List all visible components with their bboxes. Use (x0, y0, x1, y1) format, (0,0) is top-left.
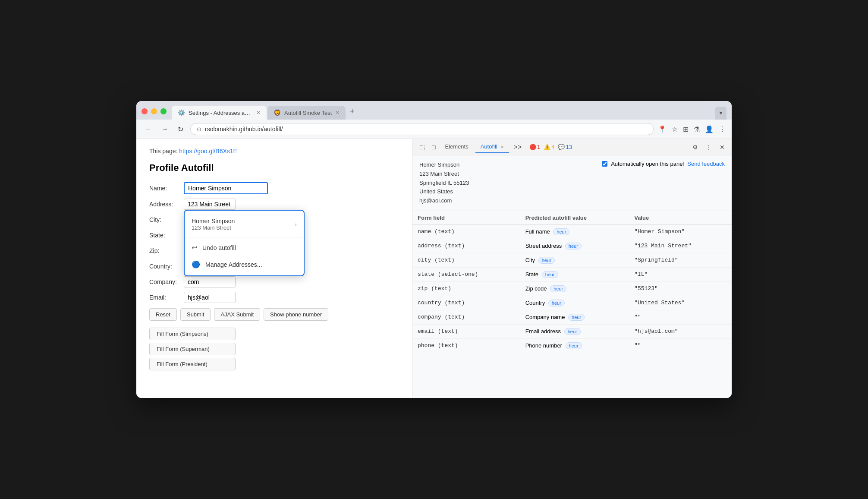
new-tab-button[interactable]: + (346, 105, 358, 118)
auto-open-label: Automatically open this panel (611, 161, 684, 167)
tab-settings-close[interactable]: ✕ (256, 110, 261, 116)
fill-simpsons-button[interactable]: Fill Form (Simpsons) (149, 328, 236, 340)
autofill-tab-close[interactable]: ✕ (500, 145, 504, 149)
fill-buttons: Fill Form (Simpsons) Fill Form (Superman… (149, 328, 399, 370)
predicted-cell: City heur (520, 253, 629, 267)
fill-president-button[interactable]: Fill Form (President) (149, 358, 236, 370)
email-label: Email: (149, 294, 184, 301)
table-row: name (text) Full name heur "Homer Simpso… (412, 224, 732, 239)
ajax-submit-button[interactable]: AJAX Submit (214, 308, 260, 321)
auto-open-checkbox[interactable] (602, 161, 607, 167)
autocomplete-dropdown: Homer Simpson 123 Main Street › ↩ Undo a… (184, 210, 305, 276)
heur-badge: heur (564, 328, 581, 335)
autofill-table: Form field Predicted autofill value Valu… (412, 211, 732, 353)
reset-button[interactable]: Reset (149, 308, 177, 321)
heur-badge: heur (553, 228, 569, 235)
heur-badge: heur (538, 257, 555, 264)
devtools-settings: ⚙ ⋮ ✕ (690, 142, 727, 152)
name-label: Name: (149, 185, 184, 192)
manage-addresses-item[interactable]: 🔵 Manage Addresses... (185, 256, 304, 273)
content-area: This page: https://goo.gl/B6Xs1E Profile… (136, 139, 732, 398)
info-badge: 💬 13 (558, 144, 572, 150)
submit-button[interactable]: Submit (180, 308, 211, 321)
page-link-row: This page: https://goo.gl/B6Xs1E (149, 148, 399, 155)
field-cell: address (text) (412, 239, 520, 253)
location-icon: 📍 (658, 125, 667, 133)
address-line-1: Homer Simpson (419, 161, 469, 170)
undo-autofill-item[interactable]: ↩ Undo autofill (185, 239, 304, 256)
close-button[interactable] (142, 108, 148, 114)
form-row-name: Name: (149, 182, 399, 194)
devtools-options-icon[interactable]: ⋮ (703, 142, 714, 152)
devtools-device-icon[interactable]: □ (429, 142, 438, 152)
form-row-address: Address: Homer Simpson 123 Main Street (149, 199, 399, 210)
predicted-cell: Zip code heur (520, 281, 629, 296)
tab-list: ⚙️ Settings - Addresses and mo ✕ 🦁 Autof… (172, 105, 358, 120)
forward-button[interactable]: → (159, 123, 171, 135)
autofill-options: Automatically open this panel Send feedb… (602, 161, 725, 167)
info-icon: 💬 (558, 144, 565, 150)
heur-badge: heur (566, 342, 582, 349)
table-row: state (select-one) State heur "IL" (412, 267, 732, 281)
field-cell: email (text) (412, 324, 520, 338)
table-row: email (text) Email address heur "hjs@aol… (412, 324, 732, 338)
error-icon: 🔴 (529, 144, 536, 150)
page-content: This page: https://goo.gl/B6Xs1E Profile… (136, 139, 412, 398)
settings-tab-icon: ⚙️ (178, 109, 185, 116)
reload-button[interactable]: ↻ (175, 123, 186, 135)
company-input[interactable] (184, 276, 236, 287)
autocomplete-main-item[interactable]: Homer Simpson 123 Main Street › (185, 213, 304, 235)
show-phone-button[interactable]: Show phone number (264, 308, 328, 321)
menu-icon[interactable]: ⋮ (719, 125, 726, 133)
bookmark-icon[interactable]: ☆ (672, 125, 678, 133)
devtools-tab-autofill[interactable]: Autofill ✕ (475, 141, 509, 153)
page-link-url[interactable]: https://goo.gl/B6Xs1E (179, 148, 237, 155)
devtools-close-icon[interactable]: ✕ (717, 142, 727, 152)
warning-icon: ⚠️ (544, 144, 550, 150)
table-row: address (text) Street address heur "123 … (412, 239, 732, 253)
col-header-predicted: Predicted autofill value (520, 211, 629, 225)
field-cell: name (text) (412, 224, 520, 239)
city-label: City: (149, 216, 184, 223)
value-cell: "Springfield" (629, 253, 732, 267)
address-bar[interactable]: ⊙ (190, 123, 654, 135)
value-cell: "" (629, 338, 732, 353)
tab-autofill-smoke[interactable]: 🦁 Autofill Smoke Test ✕ (267, 106, 346, 120)
name-input[interactable] (184, 182, 268, 194)
tab-dropdown-button[interactable]: ▾ (715, 107, 726, 120)
value-cell: "Homer Simpson" (629, 224, 732, 239)
toolbar: ← → ↻ ⊙ 📍 ☆ ⊞ ⚗ 👤 ⋮ (136, 120, 732, 139)
minimize-button[interactable] (151, 108, 157, 114)
autofill-address-block: Homer Simpson 123 Main Street Springfiel… (419, 161, 469, 205)
address-line-5: hjs@aol.com (419, 196, 469, 205)
tab-autofill-close[interactable]: ✕ (335, 110, 340, 116)
devtools-more-tabs[interactable]: >> (511, 142, 524, 153)
send-feedback-link[interactable]: Send feedback (687, 161, 725, 167)
heur-badge: heur (565, 243, 582, 250)
browser-window: ⚙️ Settings - Addresses and mo ✕ 🦁 Autof… (136, 101, 732, 398)
devtools-badges: 🔴 1 ⚠️ 4 💬 13 (529, 144, 572, 150)
address-input[interactable] (184, 199, 236, 210)
company-label: Company: (149, 278, 184, 285)
profile-icon[interactable]: 👤 (705, 125, 714, 133)
predicted-cell: Phone number heur (520, 338, 629, 353)
back-button[interactable]: ← (142, 123, 154, 135)
tab-settings-title: Settings - Addresses and mo (189, 110, 253, 116)
url-input[interactable] (205, 126, 647, 133)
devtools-inspect-icon[interactable]: ⬚ (417, 142, 428, 152)
predicted-cell: Country heur (520, 296, 629, 310)
devtools-settings-icon[interactable]: ⚙ (690, 142, 701, 152)
form-buttons: Reset Submit AJAX Submit Show phone numb… (149, 308, 399, 321)
page-title: Profile Autofill (149, 162, 399, 174)
extensions-icon[interactable]: ⊞ (683, 125, 689, 133)
tab-settings[interactable]: ⚙️ Settings - Addresses and mo ✕ (172, 106, 267, 120)
autofill-header: Homer Simpson 123 Main Street Springfiel… (412, 155, 732, 211)
field-cell: city (text) (412, 253, 520, 267)
lab-icon[interactable]: ⚗ (694, 125, 700, 133)
maximize-button[interactable] (160, 108, 167, 114)
email-input[interactable] (184, 292, 236, 303)
fill-superman-button[interactable]: Fill Form (Superman) (149, 343, 236, 355)
value-cell: "" (629, 310, 732, 324)
autocomplete-item-info: Homer Simpson 123 Main Street (192, 218, 289, 231)
devtools-tab-elements[interactable]: Elements (440, 141, 473, 153)
